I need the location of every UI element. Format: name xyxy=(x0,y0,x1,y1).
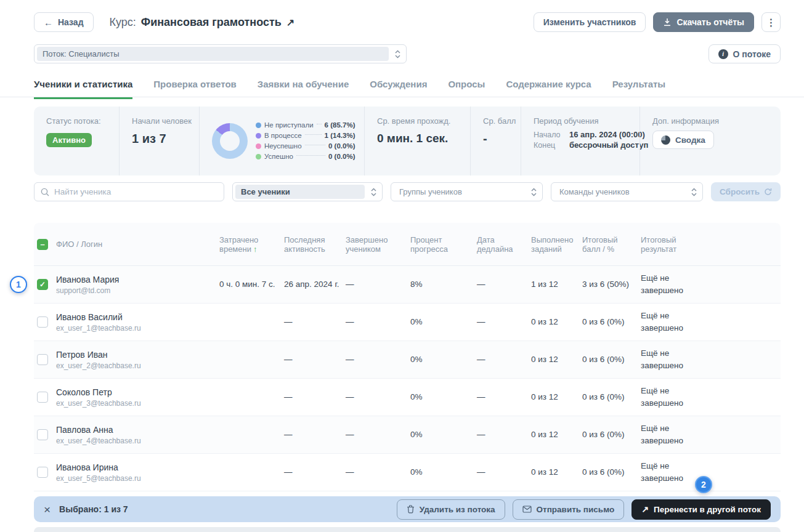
avg-time-value: 0 мин. 1 сек. xyxy=(377,132,470,145)
cell-time: 0 ч. 0 мин. 7 с. xyxy=(219,278,284,291)
column-header-score[interactable]: Итоговый балл / % xyxy=(582,235,641,254)
teams-filter-value: Команды учеников xyxy=(559,187,630,196)
cell-score: 0 из 6 (0%) xyxy=(582,429,641,441)
about-flow-button[interactable]: i О потоке xyxy=(709,44,781,63)
column-header-deadline[interactable]: Дата дедлайна xyxy=(477,235,531,254)
remove-from-flow-button[interactable]: Удалить из потока xyxy=(397,499,505,520)
reset-filters-button[interactable]: Сбросить xyxy=(711,182,781,201)
period-end-label: Конец xyxy=(534,141,563,150)
cell-tasks: 0 из 12 xyxy=(531,316,582,328)
student-name: Павлова Анна xyxy=(56,425,213,435)
info-icon: i xyxy=(718,49,728,59)
reset-label: Сбросить xyxy=(720,187,760,196)
student-login: ex_user_4@teachbase.ru xyxy=(56,437,213,445)
external-link-icon[interactable]: ↗ xyxy=(286,17,294,28)
flow-row: Поток: Специалисты i О потоке xyxy=(34,44,781,63)
period-section: Период обучения Начало 16 апр. 2024 (00:… xyxy=(521,107,640,175)
send-email-label: Отправить письмо xyxy=(537,505,615,514)
status-badge: Активно xyxy=(46,133,92,147)
cell-progress: 0% xyxy=(410,391,477,403)
envelope-icon xyxy=(522,506,532,513)
avg-score-value: - xyxy=(483,132,521,146)
column-header-progress[interactable]: Процент прогресса xyxy=(410,235,477,254)
cell-progress: 0% xyxy=(410,353,477,366)
tabs-divider xyxy=(0,97,804,97)
cell-activity: — xyxy=(284,391,346,403)
student-search-input[interactable] xyxy=(54,187,217,196)
row-checkbox[interactable] xyxy=(37,467,48,478)
row-checkbox[interactable] xyxy=(37,316,48,328)
cell-deadline: — xyxy=(477,391,531,403)
avg-score-section: Ср. балл - xyxy=(470,107,521,175)
sort-asc-icon[interactable]: ↑ xyxy=(253,244,258,254)
flow-status-label: Статус потока: xyxy=(46,116,119,126)
students-filter-select[interactable]: Все ученики xyxy=(232,182,383,201)
column-header-completed[interactable]: Завершено учеником xyxy=(346,235,410,254)
stats-panel: Статус потока: Активно Начали человек 1 … xyxy=(34,107,781,175)
filter-bar: Все ученики Группы учеников Команды учен… xyxy=(34,182,781,201)
chevron-updown-icon xyxy=(371,188,376,196)
period-start-label: Начало xyxy=(534,131,563,139)
cell-completed: — xyxy=(346,391,410,403)
column-header-name[interactable]: ФИО / Логин xyxy=(56,240,219,249)
student-search[interactable] xyxy=(34,182,224,201)
legend-dot-success xyxy=(256,154,261,159)
legend-dot-in-progress xyxy=(256,133,261,139)
cell-result: Ещё не завершено xyxy=(641,422,781,447)
row-checkbox[interactable] xyxy=(37,392,48,403)
table-row: Павлова Аннаex_user_4@teachbase.ru — — 0… xyxy=(34,416,781,454)
back-button[interactable]: ← Назад xyxy=(34,12,94,32)
row-checkbox[interactable] xyxy=(37,354,48,365)
legend-item: В процессе 1 (14.3%) xyxy=(256,131,355,141)
started-label: Начали человек xyxy=(132,116,199,126)
back-label: Назад xyxy=(58,17,84,27)
column-header-tasks[interactable]: Выполнено заданий xyxy=(531,235,582,254)
student-login: ex_user_5@teachbase.ru xyxy=(56,474,213,483)
download-reports-label: Скачать отчёты xyxy=(676,17,744,27)
kebab-menu-button[interactable]: ⋮ xyxy=(761,12,781,32)
column-header-activity[interactable]: Последняя активность xyxy=(284,235,346,254)
cell-completed: — xyxy=(346,466,410,478)
flow-select[interactable]: Поток: Специалисты xyxy=(34,44,407,63)
groups-filter-select[interactable]: Группы учеников xyxy=(391,182,543,201)
cell-completed: — xyxy=(346,278,410,291)
page-title: Курс: Финансовая грамотность ↗ xyxy=(110,16,295,29)
chevron-updown-icon xyxy=(531,188,537,196)
row-checkbox[interactable] xyxy=(37,429,48,440)
cell-deadline: — xyxy=(477,466,531,478)
cell-progress: 0% xyxy=(410,316,477,328)
cell-tasks: 0 из 12 xyxy=(531,391,582,403)
send-email-button[interactable]: Отправить письмо xyxy=(513,499,625,520)
extra-info-section: Доп. информация Сводка xyxy=(640,107,781,175)
move-arrow-icon: ↗ xyxy=(641,504,649,514)
column-header-time[interactable]: Затрачено времени↑ xyxy=(219,235,284,254)
teams-filter-select[interactable]: Команды учеников xyxy=(551,182,703,201)
cell-activity: — xyxy=(284,429,346,441)
cell-completed: — xyxy=(346,316,410,328)
started-value: 1 из 7 xyxy=(132,132,199,146)
cell-activity: — xyxy=(284,466,346,478)
edit-participants-button[interactable]: Изменить участников xyxy=(534,12,646,32)
period-start-value: 16 апр. 2024 (00:00) xyxy=(569,130,645,139)
column-header-result[interactable]: Итоговый результат xyxy=(641,235,781,254)
download-reports-button[interactable]: Скачать отчёты xyxy=(653,12,754,32)
summary-button[interactable]: Сводка xyxy=(652,131,714,149)
cell-tasks: 0 из 12 xyxy=(531,353,582,366)
select-all-checkbox[interactable] xyxy=(37,239,48,250)
period-end-value: бессрочный доступ xyxy=(569,140,648,150)
selected-count: Выбрано: 1 из 7 xyxy=(59,504,128,514)
close-icon[interactable]: × xyxy=(44,504,51,515)
move-to-flow-button[interactable]: ↗ Перенести в другой поток xyxy=(631,499,771,520)
cell-progress: 0% xyxy=(410,466,477,478)
status-donut xyxy=(212,123,248,159)
cell-deadline: — xyxy=(477,278,531,291)
cell-score: 0 из 6 (0%) xyxy=(582,466,641,478)
row-checkbox[interactable] xyxy=(37,279,48,290)
chevron-updown-icon xyxy=(395,50,400,58)
next-section-edge xyxy=(34,527,781,532)
cell-deadline: — xyxy=(477,353,531,366)
cell-score: 0 из 6 (0%) xyxy=(582,353,641,366)
cell-completed: — xyxy=(346,353,410,366)
legend-item: Не приступали 6 (85.7%) xyxy=(256,120,355,131)
course-title: Финансовая грамотность xyxy=(141,16,282,29)
